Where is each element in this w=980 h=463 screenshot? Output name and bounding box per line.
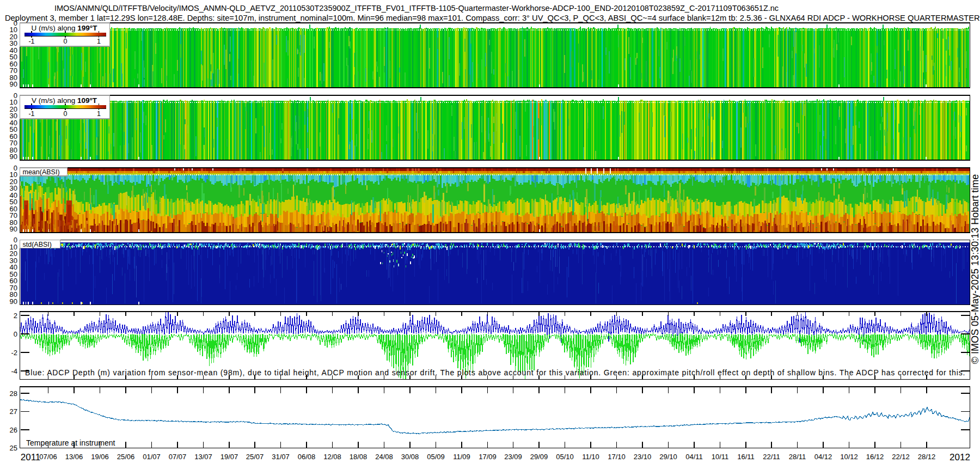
svg-text:mean(ABSI): mean(ABSI) xyxy=(23,168,60,176)
svg-text:28/11: 28/11 xyxy=(789,453,806,461)
svg-text:22/12: 22/12 xyxy=(892,453,910,461)
svg-text:26: 26 xyxy=(10,426,17,434)
svg-text:07/07: 07/07 xyxy=(169,453,187,461)
svg-text:07/06: 07/06 xyxy=(39,453,57,461)
svg-text:-1: -1 xyxy=(28,38,34,45)
svg-text:01/07: 01/07 xyxy=(143,453,161,461)
svg-text:16/11: 16/11 xyxy=(737,453,755,461)
svg-text:IMOS/ANMN/QLD/ITFFTB/Velocity/: IMOS/ANMN/QLD/ITFFTB/Velocity/IMOS_ANMN-… xyxy=(54,4,779,13)
svg-text:-1: -1 xyxy=(28,110,34,118)
svg-text:16/12: 16/12 xyxy=(866,453,884,461)
svg-text:U (m/s) along 199°T: U (m/s) along 199°T xyxy=(32,24,98,32)
svg-text:06/08: 06/08 xyxy=(298,453,316,461)
svg-text:22/11: 22/11 xyxy=(763,453,780,461)
svg-text:90: 90 xyxy=(10,80,17,88)
svg-text:std(ABSI): std(ABSI) xyxy=(23,241,52,248)
svg-text:18/08: 18/08 xyxy=(350,453,367,461)
svg-text:Temperature at instrument: Temperature at instrument xyxy=(26,438,115,447)
svg-text:31/07: 31/07 xyxy=(272,453,290,461)
svg-text:90: 90 xyxy=(10,225,17,233)
svg-text:0: 0 xyxy=(14,330,17,338)
svg-text:2012: 2012 xyxy=(950,452,970,462)
svg-text:05/10: 05/10 xyxy=(556,453,574,461)
svg-text:17/10: 17/10 xyxy=(608,453,626,461)
svg-text:19/07: 19/07 xyxy=(220,453,238,461)
svg-text:2: 2 xyxy=(14,312,17,320)
svg-text:04/11: 04/11 xyxy=(685,453,703,461)
svg-text:23/09: 23/09 xyxy=(504,453,522,461)
svg-text:27: 27 xyxy=(10,407,17,416)
svg-text:V (m/s) along 109°T: V (m/s) along 109°T xyxy=(32,96,97,105)
svg-text:-4: -4 xyxy=(11,367,17,375)
svg-text:25/06: 25/06 xyxy=(117,453,135,461)
svg-text:04/12: 04/12 xyxy=(814,453,832,461)
svg-text:90: 90 xyxy=(10,153,17,161)
svg-text:-2: -2 xyxy=(11,349,17,357)
svg-text:24/08: 24/08 xyxy=(375,453,393,461)
svg-text:Deployment 3, member 1 lat=12.: Deployment 3, member 1 lat=12.29S lon=12… xyxy=(5,14,980,22)
svg-text:11/09: 11/09 xyxy=(453,453,470,461)
svg-text:23/10: 23/10 xyxy=(634,453,652,461)
svg-text:12/08: 12/08 xyxy=(323,453,341,461)
svg-text:0: 0 xyxy=(64,38,68,45)
svg-text:05/09: 05/09 xyxy=(427,453,445,461)
svg-text:2011: 2011 xyxy=(21,452,41,462)
svg-text:1: 1 xyxy=(97,38,101,45)
svg-text:11/10: 11/10 xyxy=(582,453,599,461)
svg-text:25: 25 xyxy=(10,444,17,452)
svg-text:10/12: 10/12 xyxy=(840,453,858,461)
svg-text:30/08: 30/08 xyxy=(401,453,419,461)
svg-text:13/07: 13/07 xyxy=(194,453,212,461)
svg-text:25/07: 25/07 xyxy=(246,453,264,461)
svg-text:28/12: 28/12 xyxy=(918,453,936,461)
svg-text:90: 90 xyxy=(10,297,17,306)
svg-text:Blue: ADCP Depth (m) variation: Blue: ADCP Depth (m) variation from sens… xyxy=(25,368,965,377)
svg-text:13/06: 13/06 xyxy=(65,453,83,461)
svg-text:28: 28 xyxy=(10,389,17,398)
svg-text:19/06: 19/06 xyxy=(91,453,109,461)
svg-text:10/11: 10/11 xyxy=(712,453,729,461)
svg-text:0: 0 xyxy=(64,110,68,118)
svg-text:29/09: 29/09 xyxy=(530,453,548,461)
svg-text:17/09: 17/09 xyxy=(479,453,497,461)
svg-text:1: 1 xyxy=(97,110,101,118)
svg-text:© IMOS 05-May-2025 13:30:13 Ho: © IMOS 05-May-2025 13:30:13 Hobart time xyxy=(970,174,980,364)
svg-text:29/10: 29/10 xyxy=(659,453,677,461)
